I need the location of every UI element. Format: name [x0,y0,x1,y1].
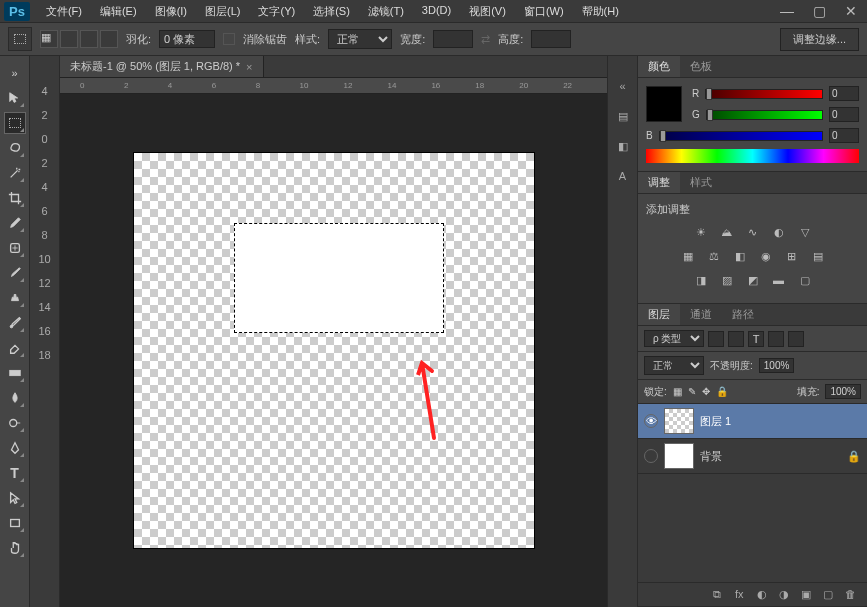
close-document-icon[interactable]: × [246,61,252,73]
delete-layer-icon[interactable]: 🗑 [845,588,859,602]
history-brush-tool[interactable] [4,312,26,334]
brightness-icon[interactable]: ☀ [692,223,710,241]
canvas-viewport[interactable] [60,94,607,607]
layer-row[interactable]: 背景 🔒 [638,439,867,474]
marquee-tool[interactable] [4,112,26,134]
balance-icon[interactable]: ⚖ [705,247,723,265]
invert-icon[interactable]: ◨ [692,271,710,289]
intersect-selection-icon[interactable] [100,30,118,48]
r-input[interactable] [829,86,859,101]
char-panel-icon[interactable]: A [613,166,633,186]
feather-input[interactable] [159,30,215,48]
new-selection-icon[interactable]: ▦ [40,30,58,48]
layer-mask-icon[interactable]: ◐ [757,588,771,602]
visibility-toggle-icon[interactable]: 👁 [644,414,658,428]
tab-swatches[interactable]: 色板 [680,56,722,77]
blur-tool[interactable] [4,387,26,409]
color-ramp[interactable] [646,149,859,163]
hue-icon[interactable]: ▦ [679,247,697,265]
menu-file[interactable]: 文件(F) [38,1,90,22]
eraser-tool[interactable] [4,337,26,359]
style-select[interactable]: 正常 [328,29,392,49]
collapse-toggle-icon[interactable]: « [613,76,633,96]
new-layer-icon[interactable]: ▢ [823,588,837,602]
brush-tool[interactable] [4,262,26,284]
lock-trans-icon[interactable]: ▦ [673,386,682,397]
menu-filter[interactable]: 滤镜(T) [360,1,412,22]
layer-name[interactable]: 图层 1 [700,414,731,429]
posterize-icon[interactable]: ▨ [718,271,736,289]
maximize-button[interactable]: ▢ [807,2,831,20]
threshold-icon[interactable]: ◩ [744,271,762,289]
document-tab[interactable]: 未标题-1 @ 50% (图层 1, RGB/8) * × [60,56,264,77]
selective-color-icon[interactable]: ▢ [796,271,814,289]
menu-edit[interactable]: 编辑(E) [92,1,145,22]
menu-view[interactable]: 视图(V) [461,1,514,22]
r-slider[interactable] [705,89,823,99]
gradient-tool[interactable] [4,362,26,384]
filter-adjust-icon[interactable] [728,331,744,347]
add-selection-icon[interactable] [60,30,78,48]
filter-pixel-icon[interactable] [708,331,724,347]
shape-tool[interactable] [4,512,26,534]
menu-window[interactable]: 窗口(W) [516,1,572,22]
type-tool[interactable]: T [4,462,26,484]
menu-text[interactable]: 文字(Y) [250,1,303,22]
hand-tool[interactable] [4,537,26,559]
pen-tool[interactable] [4,437,26,459]
adjustment-layer-icon[interactable]: ◑ [779,588,793,602]
bw-icon[interactable]: ◧ [731,247,749,265]
minimize-button[interactable]: — [775,2,799,20]
g-slider[interactable] [706,110,823,120]
tab-styles[interactable]: 样式 [680,172,722,193]
layer-row[interactable]: 👁 图层 1 [638,404,867,439]
filter-shape-icon[interactable] [768,331,784,347]
layer-thumbnail[interactable] [664,443,694,469]
menu-layer[interactable]: 图层(L) [197,1,248,22]
color-lookup-icon[interactable]: ▤ [809,247,827,265]
curves-icon[interactable]: ∿ [744,223,762,241]
healing-brush-tool[interactable] [4,237,26,259]
channel-mixer-icon[interactable]: ⊞ [783,247,801,265]
lock-all-icon[interactable]: 🔒 [716,386,728,397]
photo-filter-icon[interactable]: ◉ [757,247,775,265]
flyout-toggle-icon[interactable]: » [4,62,26,84]
tab-color[interactable]: 颜色 [638,56,680,77]
document-canvas[interactable] [134,153,534,548]
exposure-icon[interactable]: ◐ [770,223,788,241]
refine-edge-button[interactable]: 调整边缘... [780,28,859,51]
crop-tool[interactable] [4,187,26,209]
fill-value[interactable]: 100% [825,384,861,399]
filter-type-icon[interactable]: T [748,331,764,347]
history-panel-icon[interactable]: ▤ [613,106,633,126]
tool-preset-icon[interactable] [8,27,32,51]
lasso-tool[interactable] [4,137,26,159]
layer-name[interactable]: 背景 [700,449,722,464]
tab-channels[interactable]: 通道 [680,304,722,325]
visibility-toggle-icon[interactable] [644,449,658,463]
clone-stamp-tool[interactable] [4,287,26,309]
filter-kind-select[interactable]: ρ 类型 [644,330,704,347]
eyedropper-tool[interactable] [4,212,26,234]
lock-pixel-icon[interactable]: ✎ [688,386,696,397]
blend-mode-select[interactable]: 正常 [644,356,704,375]
magic-wand-tool[interactable] [4,162,26,184]
move-tool[interactable] [4,87,26,109]
lock-pos-icon[interactable]: ✥ [702,386,710,397]
menu-help[interactable]: 帮助(H) [574,1,627,22]
g-input[interactable] [829,107,859,122]
filter-smart-icon[interactable] [788,331,804,347]
menu-image[interactable]: 图像(I) [147,1,195,22]
gradient-map-icon[interactable]: ▬ [770,271,788,289]
properties-panel-icon[interactable]: ◧ [613,136,633,156]
tab-adjustments[interactable]: 调整 [638,172,680,193]
menu-3d[interactable]: 3D(D) [414,1,459,22]
opacity-value[interactable]: 100% [759,358,795,373]
close-button[interactable]: ✕ [839,2,863,20]
group-icon[interactable]: ▣ [801,588,815,602]
vibrance-icon[interactable]: ▽ [796,223,814,241]
subtract-selection-icon[interactable] [80,30,98,48]
foreground-color-swatch[interactable] [646,86,682,122]
dodge-tool[interactable] [4,412,26,434]
tab-paths[interactable]: 路径 [722,304,764,325]
